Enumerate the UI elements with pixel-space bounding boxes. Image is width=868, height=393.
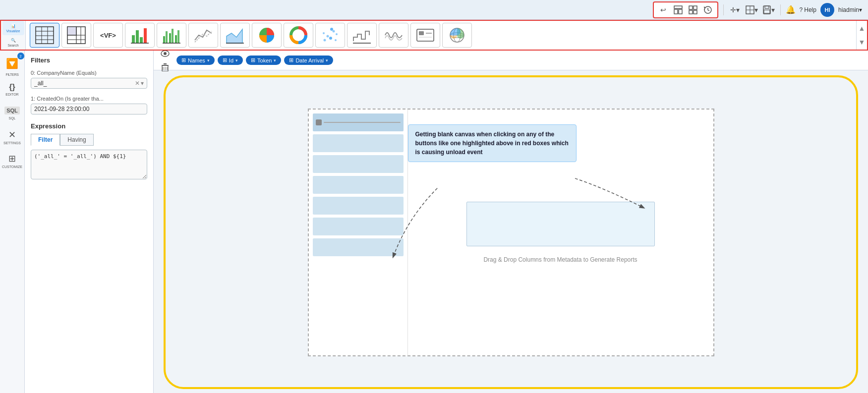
sidebar-item-filters[interactable]: 🔽 2 filters — [1, 55, 23, 76]
names-field-icon: ⊞ — [181, 57, 186, 63]
filter-1: 1: CreatedOn (Is greater tha... — [31, 96, 147, 114]
svg-rect-27 — [132, 35, 135, 43]
id-field-label: Id — [229, 57, 233, 63]
filter-badge: 2 — [17, 53, 24, 59]
canvas-strip-2 — [313, 155, 404, 173]
step-chart-btn[interactable] — [347, 23, 377, 48]
id-field-pill[interactable]: ⊞ Id ▾ — [218, 56, 243, 65]
pivot-table-btn[interactable] — [61, 23, 91, 48]
layout-btn[interactable]: ▾ — [746, 3, 758, 16]
expression-textarea[interactable]: ('_all_' = '_all_') AND ${1} — [31, 150, 147, 179]
simple-table-btn[interactable] — [30, 23, 59, 48]
pie-chart-btn[interactable] — [252, 23, 282, 48]
user-name-label[interactable]: hiadmin▾ — [838, 6, 862, 13]
visualize-label: Visualize — [6, 29, 20, 33]
date-arrival-field-pill[interactable]: ⊞ Date Arrival ▾ — [284, 56, 333, 65]
svg-rect-34 — [169, 33, 171, 43]
left-sidebar: 🔽 2 filters {} EDITOR SQL SQL ✕ SETTINGS… — [0, 51, 25, 393]
id-field-icon: ⊞ — [223, 57, 227, 63]
wave-chart-btn[interactable] — [379, 23, 408, 48]
filter-0-dropdown-btn[interactable]: ▾ — [141, 80, 144, 87]
svg-point-43 — [294, 31, 302, 39]
canvas-left-col — [309, 110, 408, 355]
svg-rect-15 — [36, 27, 54, 44]
editor-icon: {} — [9, 83, 15, 92]
sidebar-item-sql[interactable]: SQL SQL — [1, 102, 23, 124]
sidebar-item-customize[interactable]: ⊞ CUSTOMIZE — [1, 150, 23, 171]
help-btn[interactable]: ? Help — [800, 6, 816, 13]
svg-rect-4 — [694, 6, 697, 9]
header-sep-2 — [780, 4, 781, 15]
svg-rect-35 — [172, 29, 174, 43]
filter-tab[interactable]: Filter — [31, 134, 60, 146]
grid-toggle-btn[interactable] — [687, 3, 699, 16]
svg-rect-28 — [136, 30, 139, 43]
filter-0: 0: CompanyName (Equals) ✕ ▾ — [31, 70, 147, 89]
strip-line — [324, 122, 401, 123]
globe-chart-btn[interactable] — [442, 23, 472, 48]
scroll-up-btn[interactable]: ▲ — [857, 21, 868, 35]
visualize-icon: 📊 — [11, 24, 16, 28]
svg-rect-29 — [140, 37, 143, 43]
svg-rect-36 — [175, 35, 177, 43]
svg-rect-3 — [689, 6, 693, 9]
svg-point-47 — [329, 37, 332, 40]
user-avatar[interactable]: HI — [820, 3, 834, 17]
search-label: Search — [7, 44, 18, 47]
svg-point-46 — [323, 32, 325, 34]
bar-chart-btn[interactable] — [125, 23, 155, 48]
help-label: Help — [804, 6, 816, 13]
label-chart-btn[interactable] — [410, 23, 440, 48]
line-chart-btn[interactable] — [188, 23, 218, 48]
canvas-area: Getting blank canvas when clicking on an… — [154, 70, 868, 393]
sidebar-item-settings[interactable]: ✕ SETTINGS — [1, 126, 23, 148]
donut-chart-btn[interactable] — [284, 23, 313, 48]
canvas-strip-4 — [313, 197, 404, 215]
names-field-pill[interactable]: ⊞ Names ▾ — [176, 56, 215, 65]
svg-rect-1 — [674, 9, 678, 14]
svg-rect-2 — [679, 9, 682, 14]
grouped-bar-btn[interactable] — [157, 23, 186, 48]
top-header: ↩ ✛▾ ▾ ▾ 🔔 ? Help HI hiadmin▾ — [0, 0, 868, 20]
filters-label: filters — [5, 73, 18, 76]
filter-0-clear-btn[interactable]: ✕ — [135, 80, 140, 87]
settings-label: SETTINGS — [3, 141, 21, 145]
canvas-strip-1 — [313, 134, 404, 152]
sidebar-item-visualize[interactable]: 📊 Visualize — [2, 21, 24, 35]
view-toggle-btn[interactable] — [672, 3, 685, 16]
undo-icon-btn[interactable]: ↩ — [657, 3, 670, 16]
token-field-icon: ⊞ — [251, 57, 255, 63]
plus-dropdown-btn[interactable]: ✛▾ — [729, 3, 742, 16]
help-circle-icon: ? — [800, 6, 803, 13]
filter-0-input[interactable] — [34, 80, 135, 87]
svg-rect-33 — [166, 31, 168, 43]
sidebar-item-editor[interactable]: {} EDITOR — [1, 78, 23, 100]
svg-point-62 — [164, 52, 167, 55]
expression-section: Expression Filter Having ('_all_' = '_al… — [31, 122, 147, 181]
filter-1-input[interactable] — [34, 106, 144, 112]
names-caret-icon: ▾ — [207, 58, 210, 63]
drag-drop-text: Drag & Drop Columns from Metadata to Gen… — [483, 256, 637, 263]
scatter-chart-btn[interactable] — [315, 23, 345, 48]
svg-rect-37 — [177, 30, 179, 43]
token-field-pill[interactable]: ⊞ Token ▾ — [246, 56, 281, 65]
svg-rect-54 — [419, 31, 424, 35]
scroll-down-btn[interactable]: ▼ — [857, 35, 868, 49]
history-btn[interactable] — [701, 3, 714, 16]
svg-marker-39 — [227, 29, 242, 43]
having-tab[interactable]: Having — [60, 134, 93, 146]
svg-rect-14 — [764, 10, 770, 13]
canvas-strip-3 — [313, 176, 404, 194]
sidebar-item-search[interactable]: 🔍 Search — [2, 35, 24, 50]
filter-icon: 🔽 — [6, 57, 18, 69]
date-arrival-icon: ⊞ — [289, 57, 293, 63]
vf-report-btn[interactable]: <VF> — [93, 23, 123, 48]
header-right-section: ↩ ✛▾ ▾ ▾ 🔔 ? Help HI hiadmin▾ — [653, 1, 862, 18]
eye-visibility-btn[interactable] — [159, 51, 172, 60]
save-btn[interactable]: ▾ — [762, 3, 775, 16]
token-caret-icon: ▾ — [274, 58, 276, 63]
svg-rect-0 — [674, 6, 682, 8]
bell-icon[interactable]: 🔔 — [786, 5, 796, 14]
area-chart-btn[interactable] — [220, 23, 250, 48]
filter-icon-wrap: 🔽 2 — [2, 55, 22, 72]
